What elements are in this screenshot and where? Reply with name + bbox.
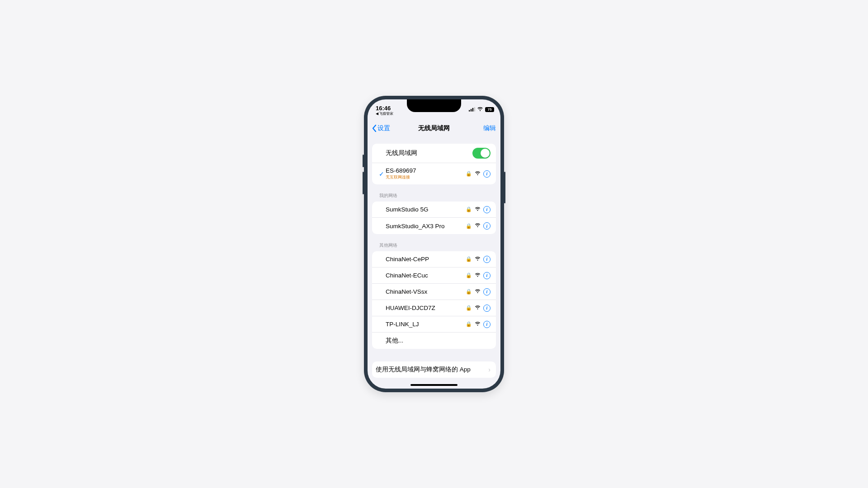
- breadcrumb-label: 飞猫管家: [379, 112, 393, 116]
- edit-button[interactable]: 编辑: [483, 124, 496, 132]
- info-icon[interactable]: i: [483, 288, 491, 296]
- network-row[interactable]: ChinaNet-VSsx🔒i: [372, 284, 496, 300]
- back-label: 设置: [377, 124, 390, 132]
- network-name: ChinaNet-CePP: [386, 256, 466, 263]
- lock-icon: 🔒: [466, 223, 472, 229]
- chevron-right-icon: ›: [488, 366, 491, 373]
- page-title: 无线局域网: [418, 124, 450, 132]
- network-name: SumkStudio 5G: [386, 206, 466, 213]
- settings-content: 无线局域网 ✓ ES-689697 无互联网连接 🔒 i: [368, 137, 500, 380]
- network-name: SumkStudio_AX3 Pro: [386, 223, 466, 230]
- notch: [407, 99, 461, 112]
- apps-using-wlan-row[interactable]: 使用无线局域网与蜂窝网络的 App ›: [372, 361, 496, 378]
- wifi-icon: [475, 257, 481, 262]
- other-manual-label: 其他...: [386, 337, 491, 345]
- wifi-icon: [475, 322, 481, 327]
- network-name: TP-LINK_LJ: [386, 321, 466, 328]
- breadcrumb-back[interactable]: ◀ 飞猫管家: [376, 112, 393, 116]
- apps-label: 使用无线局域网与蜂窝网络的 App: [376, 366, 488, 374]
- connected-network-status: 无互联网连接: [386, 174, 466, 180]
- network-row[interactable]: HUAWEI-DJCD7Z🔒i: [372, 300, 496, 316]
- network-name: ChinaNet-ECuc: [386, 272, 466, 279]
- lock-icon: 🔒: [466, 206, 472, 212]
- chevron-left-icon: [372, 125, 377, 132]
- lock-icon: 🔒: [466, 171, 472, 177]
- network-name: HUAWEI-DJCD7Z: [386, 305, 466, 311]
- battery-icon: 75: [485, 107, 494, 112]
- battery-level: 75: [488, 108, 492, 112]
- svg-rect-2: [472, 108, 473, 112]
- connected-network-row[interactable]: ✓ ES-689697 无互联网连接 🔒 i: [372, 163, 496, 184]
- wlan-group: 无线局域网 ✓ ES-689697 无互联网连接 🔒 i: [372, 144, 496, 184]
- phone-frame: 16:46 ◀ 飞猫管家 75 设置 无线局域网 编辑: [364, 96, 504, 392]
- wifi-icon: [475, 273, 481, 278]
- network-row[interactable]: ChinaNet-ECuc🔒i: [372, 267, 496, 284]
- network-row[interactable]: SumkStudio 5G🔒i: [372, 202, 496, 218]
- lock-icon: 🔒: [466, 321, 472, 327]
- nav-bar: 设置 无线局域网 编辑: [368, 119, 500, 137]
- connected-network-name: ES-689697: [386, 167, 466, 174]
- lock-icon: 🔒: [466, 256, 472, 262]
- info-icon[interactable]: i: [483, 206, 491, 213]
- back-button[interactable]: 设置: [372, 124, 390, 132]
- phone-screen: 16:46 ◀ 飞猫管家 75 设置 无线局域网 编辑: [368, 99, 500, 389]
- info-icon[interactable]: i: [483, 222, 491, 230]
- my-networks-header: 我的网络: [372, 192, 496, 202]
- caret-left-icon: ◀: [376, 112, 378, 116]
- network-row[interactable]: TP-LINK_LJ🔒i: [372, 316, 496, 333]
- wlan-toggle-row[interactable]: 无线局域网: [372, 144, 496, 163]
- info-icon[interactable]: i: [483, 256, 491, 263]
- wifi-icon: [475, 289, 481, 295]
- wlan-toggle[interactable]: [472, 148, 491, 159]
- lock-icon: 🔒: [466, 305, 472, 311]
- info-icon[interactable]: i: [483, 321, 491, 328]
- wlan-toggle-label: 无线局域网: [386, 149, 472, 157]
- svg-rect-1: [471, 109, 472, 111]
- lock-icon: 🔒: [466, 272, 472, 278]
- other-manual-row[interactable]: 其他...: [372, 333, 496, 349]
- home-indicator[interactable]: [410, 384, 458, 386]
- network-row[interactable]: SumkStudio_AX3 Pro🔒i: [372, 218, 496, 234]
- status-time: 16:46: [376, 105, 391, 111]
- lock-icon: 🔒: [466, 289, 472, 295]
- info-icon[interactable]: i: [483, 272, 491, 279]
- other-networks-group: ChinaNet-CePP🔒iChinaNet-ECuc🔒iChinaNet-V…: [372, 251, 496, 349]
- other-networks-header: 其他网络: [372, 242, 496, 251]
- info-icon[interactable]: i: [483, 170, 491, 178]
- apps-group: 使用无线局域网与蜂窝网络的 App ›: [372, 361, 496, 378]
- wifi-icon: [475, 207, 481, 212]
- wifi-icon: [475, 305, 481, 311]
- checkmark-icon: ✓: [377, 170, 386, 178]
- cellular-icon: [469, 107, 475, 112]
- wifi-icon: [475, 171, 481, 177]
- network-row[interactable]: ChinaNet-CePP🔒i: [372, 251, 496, 267]
- wifi-status-icon: [477, 107, 483, 112]
- info-icon[interactable]: i: [483, 305, 491, 312]
- wifi-icon: [475, 223, 481, 229]
- network-name: ChinaNet-VSsx: [386, 288, 466, 295]
- svg-rect-0: [469, 110, 470, 112]
- svg-rect-3: [474, 107, 475, 111]
- my-networks-group: SumkStudio 5G🔒iSumkStudio_AX3 Pro🔒i: [372, 202, 496, 234]
